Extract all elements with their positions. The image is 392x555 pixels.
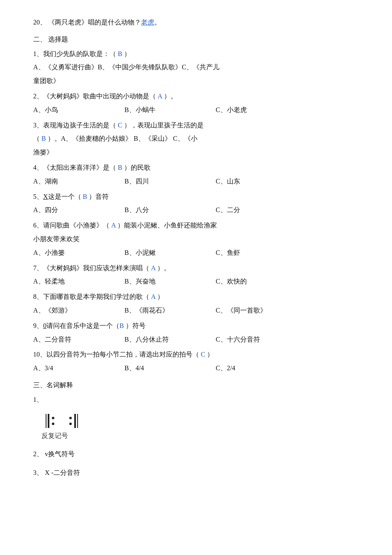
repeat-end-thick: [74, 414, 76, 428]
q5-text: 5、X这是一个（ B ）音符: [33, 193, 109, 200]
q7-text-line: 7、《大树妈妈》我们应该怎样来演唱（ A ）。: [33, 262, 359, 274]
q3-line3: 渔篓》: [33, 147, 359, 159]
question-2: 2、《大树妈妈》歌曲中出现的小动物是（ A ）。 A、小鸟 B、小蜗牛 C、小老…: [33, 90, 359, 116]
question-6: 6、请问歌曲《小渔篓》（ A ）能装小泥鳅、小鱼虾还能给渔家 小朋友带来欢笑 A…: [33, 220, 359, 259]
question-3: 3、表现海边孩子生活的是（ C ），表现山里孩子生活的是 （ B ）。A、《拾麦…: [33, 120, 359, 159]
section3-header: 三、名词解释: [33, 379, 359, 391]
q3-text2: （ B ）。A、《拾麦穗的小姑娘》 B、《采山》 C、《小: [33, 135, 197, 142]
q8-options: A、《郊游》 B、《雨花石》 C、《同一首歌》: [33, 305, 359, 317]
q7-opt-b: B、兴奋地: [124, 276, 199, 288]
q20-end: 。: [154, 19, 161, 26]
q5-opt-a: A、四分: [33, 204, 108, 216]
def1-num: 1、: [33, 396, 43, 403]
q2-opt-c: C、小老虎: [216, 104, 290, 116]
def3-line: 3、 X -二分音符: [33, 467, 359, 479]
q6-line2: 小朋友带来欢笑: [33, 233, 359, 245]
q8-opt-c: C、《同一首歌》: [216, 305, 290, 317]
repeat-dot-bottom: [52, 423, 54, 425]
q1-options1: A、《义勇军进行曲》B、《中国少年先锋队队歌》C、《共产儿: [33, 64, 219, 71]
q5-text-line: 5、X这是一个（ B ）音符: [33, 191, 359, 203]
q10-text: 10、以四分音符为一拍每小节二拍，请选出对应的拍号（ C ）: [33, 351, 214, 358]
q4-text-line: 4、《太阳出来喜洋洋》是（ B ）的民歌: [33, 162, 359, 174]
def1-label-text: 反复记号: [41, 432, 68, 439]
q9-opt-b: B、八分休止符: [124, 334, 199, 346]
def2-text: 2、 v换气符号: [33, 450, 75, 457]
q6-text2: 小朋友带来欢笑: [33, 235, 80, 242]
q9-opt-a: A、二分音符: [33, 334, 108, 346]
q7-options: A、轻柔地 B、兴奋地 C、欢快的: [33, 276, 359, 288]
repeat-end-dot-top: [69, 417, 72, 419]
question-4: 4、《太阳出来喜洋洋》是（ B ）的民歌 A、湖南 B、四川 C、山东: [33, 162, 359, 188]
question-9: 9、0请问在音乐中这是一个（B ）符号 A、二分音符 B、八分休止符 C、十六分…: [33, 320, 359, 346]
q8-text-line: 8、下面哪首歌是本学期我们学过的歌（ A ）: [33, 291, 359, 303]
def2-line: 2、 v换气符号: [33, 448, 359, 460]
q4-opt-c: C、山东: [216, 176, 290, 188]
q2-text: 2、《大树妈妈》歌曲中出现的小动物是（ A ）。: [33, 93, 177, 100]
definition-2: 2、 v换气符号: [33, 448, 359, 460]
q1-options-line1: A、《义勇军进行曲》B、《中国少年先锋队队歌》C、《共产儿: [33, 61, 359, 73]
q20-text: 20、 《两只老虎》唱的是什么动物？: [33, 19, 141, 26]
section2-header: 二、 选择题: [33, 34, 359, 46]
q2-opt-b: B、小蜗牛: [124, 104, 199, 116]
q5-opt-c: C、二分: [216, 204, 290, 216]
q5-opt-b: B、八分: [124, 204, 199, 216]
q7-opt-c: C、欢快的: [216, 276, 290, 288]
q9-text-line: 9、0请问在音乐中这是一个（B ）符号: [33, 320, 359, 332]
q3-line1: 3、表现海边孩子生活的是（ C ），表现山里孩子生活的是: [33, 120, 359, 132]
section3-title: 三、名词解释: [33, 381, 73, 389]
q8-opt-b: B、《雨花石》: [124, 305, 199, 317]
q9-opt-c: C、十六分音符: [216, 334, 290, 346]
question-5: 5、X这是一个（ B ）音符 A、四分 B、八分 C、二分: [33, 191, 359, 217]
q10-opt-a: A、3/4: [33, 362, 108, 374]
question-1: 1、我们少先队的队歌是：（ B ） A、《义勇军进行曲》B、《中国少年先锋队队歌…: [33, 48, 359, 87]
q6-options: A、小渔篓 B、小泥鳅 C、鱼虾: [33, 247, 359, 259]
q10-options: A、3/4 B、4/4 C、2/4: [33, 362, 359, 374]
def3-text: 3、 X -二分音符: [33, 469, 80, 476]
q1-options-line2: 童团歌》: [33, 75, 359, 87]
q1-line1: 1、我们少先队的队歌是：（ B ）: [33, 48, 359, 60]
q6-opt-b: B、小泥鳅: [124, 247, 199, 259]
repeat-start-thin: [46, 414, 46, 428]
question-10: 10、以四分音符为一拍每小节二拍，请选出对应的拍号（ C ） A、3/4 B、4…: [33, 349, 359, 374]
def1-num-line: 1、: [33, 394, 359, 406]
repeat-start-thick: [48, 414, 49, 428]
def1-label: 反复记号: [41, 430, 359, 442]
q6-opt-a: A、小渔篓: [33, 247, 108, 259]
question-20: 20、 《两只老虎》唱的是什么动物？老虎。: [33, 17, 359, 29]
repeat-end-symbol: [68, 413, 78, 428]
q2-opt-a: A、小鸟: [33, 104, 108, 116]
repeat-symbol-graphic: [46, 413, 359, 428]
q4-options: A、湖南 B、四川 C、山东: [33, 176, 359, 188]
q6-opt-c: C、鱼虾: [216, 247, 290, 259]
question-8: 8、下面哪首歌是本学期我们学过的歌（ A ） A、《郊游》 B、《雨花石》 C、…: [33, 291, 359, 317]
q4-opt-a: A、湖南: [33, 176, 108, 188]
repeat-dot-top: [52, 417, 54, 419]
q3-line2: （ B ）。A、《拾麦穗的小姑娘》 B、《采山》 C、《小: [33, 133, 359, 145]
q9-options: A、二分音符 B、八分休止符 C、十六分音符: [33, 334, 359, 346]
repeat-start-symbol: [46, 413, 56, 428]
q4-text: 4、《太阳出来喜洋洋》是（ B ）的民歌: [33, 164, 151, 171]
q5-options: A、四分 B、八分 C、二分: [33, 204, 359, 216]
q10-text-line: 10、以四分音符为一拍每小节二拍，请选出对应的拍号（ C ）: [33, 349, 359, 361]
q1-options2: 童团歌》: [33, 77, 60, 84]
section2-title: 二、 选择题: [33, 36, 68, 43]
q4-opt-b: B、四川: [124, 176, 199, 188]
q3-text1: 3、表现海边孩子生活的是（ C ），表现山里孩子生活的是: [33, 122, 204, 129]
q10-opt-b: B、4/4: [124, 362, 199, 374]
q9-text: 9、0请问在音乐中这是一个（B ）符号: [33, 322, 146, 329]
repeat-end-dot-bottom: [69, 423, 72, 425]
q8-text: 8、下面哪首歌是本学期我们学过的歌（ A ）: [33, 293, 164, 300]
q7-opt-a: A、轻柔地: [33, 276, 108, 288]
q6-line1: 6、请问歌曲《小渔篓》（ A ）能装小泥鳅、小鱼虾还能给渔家: [33, 220, 359, 232]
q1-text: 1、我们少先队的队歌是：（ B ）: [33, 50, 131, 57]
q2-options: A、小鸟 B、小蜗牛 C、小老虎: [33, 104, 359, 116]
definition-1: 1、 反复记号: [33, 394, 359, 442]
q6-text1: 6、请问歌曲《小渔篓》（ A ）能装小泥鳅、小鱼虾还能给渔家: [33, 222, 217, 229]
repeat-end-dots: [69, 417, 72, 425]
q2-text-line: 2、《大树妈妈》歌曲中出现的小动物是（ A ）。: [33, 90, 359, 103]
repeat-start-dots: [52, 417, 54, 425]
q7-text: 7、《大树妈妈》我们应该怎样来演唱（ A ）。: [33, 264, 170, 271]
question-7: 7、《大树妈妈》我们应该怎样来演唱（ A ）。 A、轻柔地 B、兴奋地 C、欢快…: [33, 262, 359, 288]
q20-answer: 老虎: [141, 19, 154, 26]
q8-opt-a: A、《郊游》: [33, 305, 108, 317]
